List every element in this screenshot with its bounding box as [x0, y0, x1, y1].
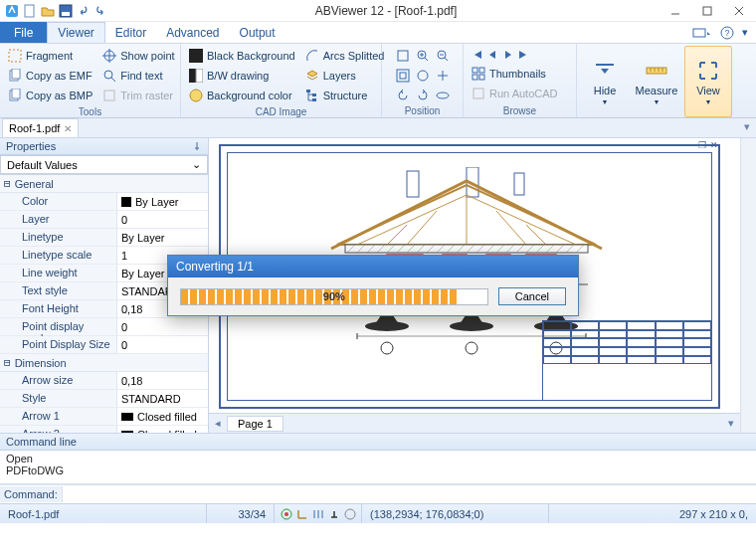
svg-point-23	[190, 90, 202, 101]
svg-rect-22	[196, 69, 203, 83]
prop-point-display-mode[interactable]: 0	[117, 318, 208, 335]
progress-bar: 90%	[180, 288, 488, 305]
copy-bmp-button[interactable]: Copy as BMP	[4, 86, 96, 105]
show-point-button[interactable]: Show point	[98, 46, 178, 66]
section-general[interactable]: ⊟General	[0, 175, 208, 193]
layers-button[interactable]: Layers	[301, 66, 389, 86]
ortho-icon[interactable]	[296, 508, 308, 520]
black-background-button[interactable]: Black Background	[185, 46, 299, 66]
svg-line-31	[425, 58, 428, 61]
svg-rect-36	[400, 73, 406, 79]
copy-emf-button[interactable]: Copy as EMF	[4, 66, 96, 86]
svg-rect-52	[514, 173, 524, 195]
nav-last-icon[interactable]	[517, 48, 531, 62]
prop-arrow-size[interactable]: 0,18	[117, 372, 208, 389]
page-tab[interactable]: Page 1	[227, 416, 284, 432]
open-icon[interactable]	[40, 3, 56, 19]
redo-icon[interactable]	[94, 3, 109, 19]
default-values-select[interactable]: Default Values ⌄	[0, 155, 208, 174]
status-bar: Roof-1.pdf 33/34 (138,2934; 176,0834;0) …	[0, 503, 756, 523]
zoom-in-icon[interactable]	[414, 47, 432, 65]
vertical-scrollbar[interactable]	[740, 138, 756, 433]
chevron-down-icon: ⌄	[192, 158, 201, 171]
close-icon[interactable]: ✕	[64, 123, 72, 134]
svg-rect-39	[472, 68, 477, 73]
command-log: Open PDFtoDWG	[0, 451, 756, 484]
undo-icon[interactable]	[76, 3, 92, 19]
svg-rect-1	[25, 5, 34, 17]
zoom-out-icon[interactable]	[434, 47, 452, 65]
prop-point-display-size[interactable]: 0	[117, 336, 208, 353]
hide-button[interactable]: Hide ▼	[581, 46, 629, 117]
minimize-button[interactable]	[662, 2, 688, 20]
prop-arrow2[interactable]: Closed filled	[117, 426, 208, 433]
position-grid	[394, 47, 452, 104]
zoom-prev-icon[interactable]	[414, 67, 432, 85]
background-color-button[interactable]: Background color	[185, 86, 299, 105]
tab-file[interactable]: File	[0, 22, 47, 43]
arcs-splitted-button[interactable]: Arcs Splitted	[301, 46, 389, 66]
window-title: ABViewer 12 - [Roof-1.pdf]	[109, 4, 662, 18]
dialog-title: Converting 1/1	[168, 256, 578, 278]
svg-rect-5	[703, 7, 711, 15]
ribbon-tabs: File Viewer Editor Advanced Output ? ▾	[0, 22, 756, 44]
zoom-window-icon[interactable]	[394, 47, 412, 65]
document-tab[interactable]: Roof-1.pdf ✕	[2, 118, 79, 137]
page-overflow-icon[interactable]: ▾	[728, 417, 734, 430]
close-button[interactable]	[726, 2, 752, 20]
chevron-down-icon[interactable]: ▾	[742, 26, 748, 39]
prop-linetype[interactable]: By Layer	[117, 229, 208, 246]
pin-icon[interactable]	[192, 141, 202, 151]
chevron-down-icon: ▼	[602, 98, 609, 105]
fragment-button[interactable]: Fragment	[4, 46, 96, 66]
title-block	[542, 320, 711, 400]
copy-icon	[8, 89, 22, 102]
lock-icon[interactable]	[344, 508, 356, 520]
svg-line-34	[445, 58, 448, 61]
tab-viewer[interactable]: Viewer	[47, 22, 104, 43]
status-coords: (138,2934; 176,0834;0)	[362, 504, 549, 523]
command-header: Command line	[0, 434, 756, 451]
nav-next-icon[interactable]	[501, 48, 515, 62]
rotate-left-icon[interactable]	[394, 87, 412, 104]
thumbnails-button[interactable]: Thumbnails	[468, 64, 561, 84]
nav-prev-icon[interactable]	[485, 48, 499, 62]
prop-layer[interactable]: 0	[117, 211, 208, 228]
command-area: Command line Open PDFtoDWG Command:	[0, 433, 756, 503]
grid-icon[interactable]	[312, 508, 324, 520]
maximize-button[interactable]	[694, 2, 720, 20]
new-icon[interactable]	[22, 3, 38, 19]
cancel-button[interactable]: Cancel	[498, 287, 566, 305]
options-dropdown-icon[interactable]	[692, 26, 712, 40]
chevron-down-icon: ▼	[705, 98, 712, 105]
svg-rect-26	[312, 98, 316, 101]
page-prev-icon[interactable]: ◂	[215, 417, 221, 430]
thumbnails-icon	[472, 67, 485, 81]
bw-drawing-button[interactable]: B/W drawing	[185, 66, 299, 86]
find-text-button[interactable]: Find text	[98, 66, 178, 86]
arc-icon	[305, 49, 319, 63]
nav-first-icon[interactable]	[470, 48, 483, 62]
tab-output[interactable]: Output	[230, 22, 285, 43]
view-button[interactable]: View ▼	[684, 46, 732, 117]
prop-color[interactable]: By Layer	[117, 193, 208, 210]
help-icon[interactable]: ?	[720, 26, 734, 40]
tab-editor[interactable]: Editor	[105, 22, 156, 43]
rotate-right-icon[interactable]	[414, 87, 432, 104]
command-input[interactable]	[63, 485, 756, 503]
prop-style[interactable]: STANDARD	[117, 390, 208, 407]
tab-advanced[interactable]: Advanced	[156, 22, 229, 43]
structure-button[interactable]: Structure	[301, 86, 389, 105]
orbit-icon[interactable]	[434, 87, 452, 104]
snap-icon[interactable]	[281, 508, 292, 520]
status-dims: 297 x 210 x 0,	[671, 504, 756, 523]
save-icon[interactable]	[58, 3, 74, 19]
section-dimension[interactable]: ⊟Dimension	[0, 354, 208, 372]
tabs-overflow-icon[interactable]: ▾	[738, 118, 756, 137]
pan-icon[interactable]	[434, 67, 452, 85]
measure-button[interactable]: Measure ▼	[633, 46, 680, 117]
fit-icon[interactable]	[394, 67, 412, 85]
perp-icon[interactable]	[328, 508, 340, 520]
prop-arrow1[interactable]: Closed filled	[117, 408, 208, 425]
app-icon	[4, 3, 20, 19]
